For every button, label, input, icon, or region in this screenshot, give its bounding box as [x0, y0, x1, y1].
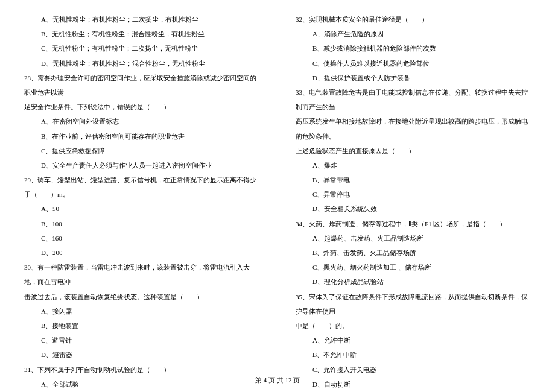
answer-option: D、提供保护装置或个人防护装备 — [296, 71, 531, 85]
question-line: 30、有一种防雷装置，当雷电冲击波到来时，该装置被击穿，将雷电流引入大地，而在雷… — [24, 260, 259, 289]
answer-option: B、接地装置 — [24, 318, 259, 333]
answer-option: D、理化分析成品试验站 — [296, 274, 531, 289]
answer-option: A、50 — [24, 201, 259, 216]
question-line: 高压系统发生单相接地故障时，在接地处附近呈现出较高的跨步电压，形成触电的危险条件… — [296, 114, 531, 143]
answer-option: B、不允许中断 — [296, 347, 531, 362]
answer-option: C、提供应急救援保障 — [24, 144, 259, 158]
right-column: 32、实现机械本质安全的最佳途径是（ ）A、消除产生危险的原因B、减少或消除接触… — [296, 12, 531, 362]
answer-option: D、无机性粉尘；有机性粉尘；混合性粉尘，无机性粉尘 — [24, 56, 259, 71]
answer-option: A、起爆药、击发药、火工品制造场所 — [296, 231, 531, 245]
page-footer: 第 4 页 共 12 页 — [0, 376, 555, 385]
answer-option: A、接闪器 — [24, 304, 259, 318]
question-line: 上述危险状态产生的直接原因是（ ） — [296, 144, 531, 158]
answer-option: A、无机性粉尘；有机性粉尘；二次扬尘，有机性粉尘 — [24, 12, 259, 27]
answer-option: B、异常带电 — [296, 172, 531, 187]
answer-option: C、避雷针 — [24, 333, 259, 347]
page-content: A、无机性粉尘；有机性粉尘；二次扬尘，有机性粉尘B、无机性粉尘；有机性粉尘；混合… — [24, 12, 531, 362]
answer-option: C、允许接入开关电器 — [296, 362, 531, 377]
question-line: 29、调车、矮型出站、矮型进路、复示信号机，在正常情况下的显示距离不得少于（ ）… — [24, 172, 259, 201]
question-line: 33、电气装置故障危害是由于电能或控制信息在传递、分配、转换过程中失去控制而产生… — [296, 85, 531, 114]
question-line: 中是（ ）的。 — [296, 318, 531, 333]
answer-option: D、避雷器 — [24, 347, 259, 362]
answer-option: A、在密闭空间外设置标志 — [24, 114, 259, 128]
answer-option: B、100 — [24, 217, 259, 231]
question-line: 击波过去后，该装置自动恢复绝缘状态。这种装置是（ ） — [24, 289, 259, 304]
answer-option: C、160 — [24, 231, 259, 245]
answer-option: B、无机性粉尘；有机性粉尘；混合性粉尘，有机性粉尘 — [24, 27, 259, 41]
question-line: 32、实现机械本质安全的最佳途径是（ ） — [296, 12, 531, 27]
left-column: A、无机性粉尘；有机性粉尘；二次扬尘，有机性粉尘B、无机性粉尘；有机性粉尘；混合… — [24, 12, 259, 362]
question-line: 足安全作业条件。下列说法中，错误的是（ ） — [24, 100, 259, 114]
answer-option: A、消除产生危险的原因 — [296, 27, 531, 41]
answer-option: D、安全相关系统失效 — [296, 201, 531, 216]
answer-option: B、炸药、击发药、火工品储存场所 — [296, 245, 531, 260]
answer-option: D、安全生产责任人必须与作业人员一起进入密闭空间作业 — [24, 158, 259, 172]
question-line: 28、需要办理安全许可的密闭空间作业，应采取安全措施消除或减少密闭空间的职业危害… — [24, 71, 259, 100]
answer-option: D、200 — [24, 245, 259, 260]
answer-option: B、在作业前，评估密闭空间可能存在的职业危害 — [24, 129, 259, 144]
answer-option: A、爆炸 — [296, 158, 531, 172]
answer-option: B、减少或消除接触机器的危险部件的次数 — [296, 41, 531, 55]
question-line: 34、火药、炸药制造、储存等过程中，Ⅱ类（F1 区）场所，是指（ ） — [296, 217, 531, 231]
answer-option: C、无机性粉尘；有机性粉尘；二次扬尘，无机性粉尘 — [24, 41, 259, 55]
question-line: 35、宋体为了保证在故障条件下形成故障电流回路，从而提供自动切断条件，保护导体在… — [296, 289, 531, 318]
answer-option: A、允许中断 — [296, 333, 531, 347]
answer-option: C、使操作人员难以接近机器的危险部位 — [296, 56, 531, 71]
answer-option: C、异常停电 — [296, 187, 531, 201]
answer-option: C、黑火药、烟火药制造加工 、储存场所 — [296, 260, 531, 274]
question-line: 31、下列不属于列车自动制动机试验的是（ ） — [24, 362, 259, 377]
